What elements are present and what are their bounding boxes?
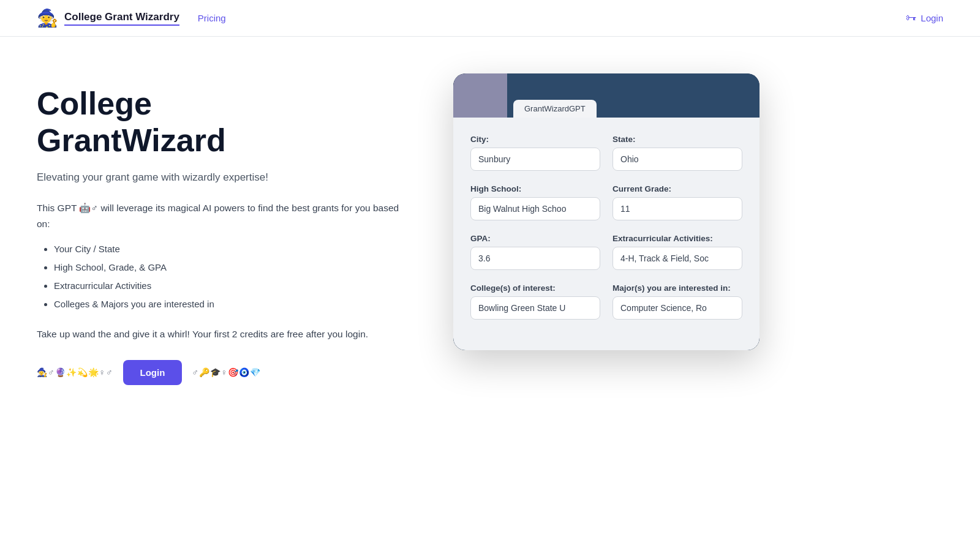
- feature-item-activities: Extracurricular Activities: [54, 279, 404, 293]
- navbar-login-label: Login: [921, 13, 943, 23]
- state-label: State:: [612, 135, 742, 144]
- extracurricular-input[interactable]: [612, 247, 742, 270]
- colleges-label: College(s) of interest:: [470, 283, 600, 293]
- current-grade-input[interactable]: [612, 197, 742, 220]
- navbar-login-link[interactable]: 🗝 Login: [906, 12, 943, 24]
- current-grade-label: Current Grade:: [612, 184, 742, 193]
- navbar-right: 🗝 Login: [906, 12, 943, 24]
- feature-item-colleges: Colleges & Majors you are interested in: [54, 297, 404, 312]
- main-content: CollegeGrantWizard Elevating your grant …: [0, 37, 980, 410]
- city-label: City:: [470, 135, 600, 144]
- form-row-city-state: City: State:: [470, 135, 742, 171]
- form-group-colleges: College(s) of interest:: [470, 283, 600, 320]
- cta-row: 🧙‍♀️♂🔮✨💫🌟♀♂ Login ♂🔑🎓♀🎯🧿💎: [37, 360, 404, 385]
- emoji-right: ♂🔑🎓♀🎯🧿💎: [192, 367, 261, 377]
- high-school-input[interactable]: [470, 197, 600, 220]
- navbar: 🧙 College Grant Wizardry Pricing 🗝 Login: [0, 0, 980, 37]
- form-group-city: City:: [470, 135, 600, 171]
- left-panel: CollegeGrantWizard Elevating your grant …: [37, 73, 404, 385]
- emoji-left: 🧙‍♀️♂🔮✨💫🌟♀♂: [37, 367, 113, 377]
- wizard-hat-icon: 🧙: [37, 8, 58, 28]
- right-panel: GrantWizardGPT City: State:: [453, 73, 760, 350]
- city-input[interactable]: [470, 148, 600, 171]
- form-group-state: State:: [612, 135, 742, 171]
- header-main: GrantWizardGPT: [507, 73, 760, 118]
- main-nav: Pricing: [198, 13, 226, 23]
- majors-label: Major(s) you are interested in:: [612, 283, 742, 293]
- extracurricular-label: Extracurricular Activities:: [612, 234, 742, 243]
- brand-title: College Grant Wizardry: [64, 11, 179, 26]
- form-group-extracurricular: Extracurricular Activities:: [612, 234, 742, 270]
- feature-list: Your City / State High School, Grade, & …: [37, 242, 404, 312]
- login-button[interactable]: Login: [123, 360, 183, 385]
- gpa-input[interactable]: [470, 247, 600, 270]
- hero-title: CollegeGrantWizard: [37, 86, 404, 159]
- nav-pricing-link[interactable]: Pricing: [198, 13, 226, 23]
- gpt-tab[interactable]: GrantWizardGPT: [513, 100, 597, 118]
- form-row-school-grade: High School: Current Grade:: [470, 184, 742, 220]
- feature-item-school: High School, Grade, & GPA: [54, 260, 404, 275]
- feature-item-city: Your City / State: [54, 242, 404, 257]
- high-school-label: High School:: [470, 184, 600, 193]
- majors-input[interactable]: [612, 296, 742, 320]
- brand-link[interactable]: 🧙 College Grant Wizardry: [37, 8, 179, 28]
- gpt-card: GrantWizardGPT City: State:: [453, 73, 760, 350]
- colleges-input[interactable]: [470, 296, 600, 320]
- hero-subtitle: Elevating your grant game with wizardly …: [37, 169, 404, 186]
- form-group-high-school: High School:: [470, 184, 600, 220]
- form-group-grade: Current Grade:: [612, 184, 742, 220]
- gpa-label: GPA:: [470, 234, 600, 243]
- form-group-gpa: GPA:: [470, 234, 600, 270]
- form-row-gpa-activities: GPA: Extracurricular Activities:: [470, 234, 742, 270]
- form-group-majors: Major(s) you are interested in:: [612, 283, 742, 320]
- state-input[interactable]: [612, 148, 742, 171]
- key-icon: 🗝: [906, 12, 917, 24]
- header-accent: [453, 73, 507, 118]
- cta-text: Take up wand the and give it a whirl! Yo…: [37, 326, 404, 342]
- gpt-card-header: GrantWizardGPT: [453, 73, 760, 118]
- form-row-colleges-majors: College(s) of interest: Major(s) you are…: [470, 283, 742, 320]
- hero-description: This GPT 🤖♂ will leverage its magical AI…: [37, 200, 404, 233]
- gpt-body: City: State: High School: Curre: [453, 118, 760, 350]
